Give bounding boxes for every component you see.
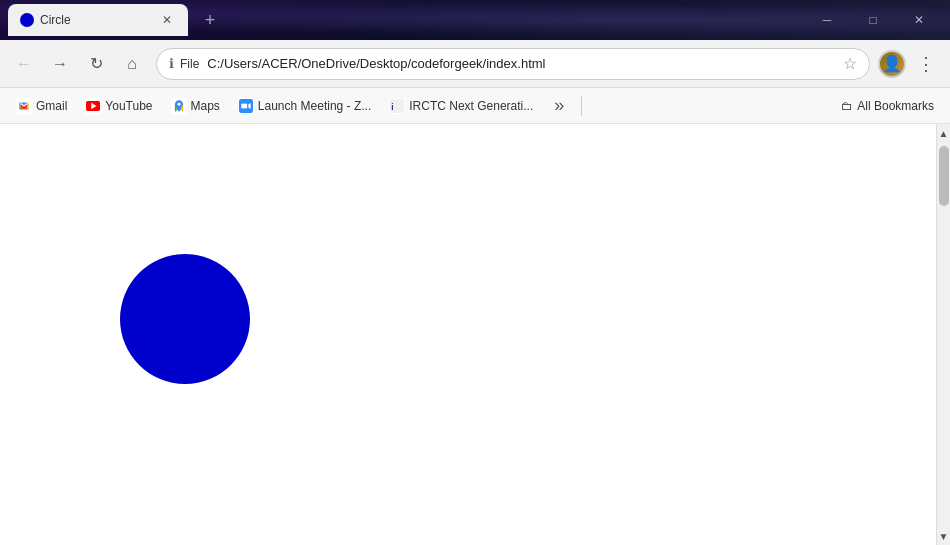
bookmark-label-zoom: Launch Meeting - Z... (258, 99, 371, 113)
folder-icon: 🗀 (841, 99, 853, 113)
profile-avatar[interactable]: 👤 (878, 50, 906, 78)
maps-icon (171, 98, 187, 114)
bookmark-label-maps: Maps (191, 99, 220, 113)
youtube-icon (85, 98, 101, 114)
svg-rect-1 (28, 102, 29, 109)
scroll-up-button[interactable]: ▲ (937, 124, 951, 142)
close-button[interactable]: ✕ (896, 4, 942, 36)
all-bookmarks-label: All Bookmarks (857, 99, 934, 113)
tab-close-button[interactable]: ✕ (158, 11, 176, 29)
address-text[interactable]: C:/Users/ACER/OneDrive/Desktop/codeforge… (207, 56, 837, 71)
gmail-icon (16, 98, 32, 114)
minimize-button[interactable]: ─ (804, 4, 850, 36)
tab-favicon (20, 13, 34, 27)
restore-button[interactable]: □ (850, 4, 896, 36)
back-icon: ← (16, 55, 32, 73)
tab-title: Circle (40, 13, 152, 27)
bookmark-item-irctc[interactable]: i IRCTC Next Generati... (381, 94, 541, 118)
window-controls: ─ □ ✕ (804, 4, 942, 36)
navbar: ← → ↻ ⌂ ℹ File C:/Users/ACER/OneDrive/De… (0, 40, 950, 88)
protocol-label: File (180, 57, 199, 71)
back-button[interactable]: ← (8, 48, 40, 80)
svg-point-4 (177, 102, 180, 105)
home-button[interactable]: ⌂ (116, 48, 148, 80)
tab-active[interactable]: Circle ✕ (8, 4, 188, 36)
svg-rect-0 (19, 102, 20, 109)
scroll-down-button[interactable]: ▼ (937, 527, 951, 545)
svg-text:i: i (391, 102, 393, 111)
address-bar[interactable]: ℹ File C:/Users/ACER/OneDrive/Desktop/co… (156, 48, 870, 80)
zoom-icon (238, 98, 254, 114)
bookmark-star-icon[interactable]: ☆ (843, 54, 857, 73)
forward-icon: → (52, 55, 68, 73)
scroll-thumb[interactable] (939, 146, 949, 206)
bookmark-item-youtube[interactable]: YouTube (77, 94, 160, 118)
refresh-button[interactable]: ↻ (80, 48, 112, 80)
all-bookmarks-button[interactable]: 🗀 All Bookmarks (833, 95, 942, 117)
bookmark-label-gmail: Gmail (36, 99, 67, 113)
bookmark-label-youtube: YouTube (105, 99, 152, 113)
scrollbar-vertical[interactable]: ▲ ▼ (936, 124, 950, 545)
page-content (0, 124, 936, 545)
home-icon: ⌂ (127, 55, 137, 73)
bookmarks-bar: Gmail YouTube Maps Launch Meeting - Z...… (0, 88, 950, 124)
new-tab-button[interactable]: + (196, 6, 224, 34)
irctc-icon: i (389, 98, 405, 114)
refresh-icon: ↻ (90, 54, 103, 73)
bookmark-item-zoom[interactable]: Launch Meeting - Z... (230, 94, 379, 118)
bookmark-item-maps[interactable]: Maps (163, 94, 228, 118)
bookmark-item-gmail[interactable]: Gmail (8, 94, 75, 118)
scroll-track[interactable] (937, 142, 950, 527)
bookmark-label-irctc: IRCTC Next Generati... (409, 99, 533, 113)
info-icon: ℹ (169, 56, 174, 71)
circle-container (120, 254, 250, 384)
blue-circle (120, 254, 250, 384)
titlebar: Circle ✕ + ─ □ ✕ (0, 0, 950, 40)
forward-button[interactable]: → (44, 48, 76, 80)
more-bookmarks-button[interactable]: » (543, 92, 575, 120)
avatar-image: 👤 (882, 54, 902, 73)
content-wrapper: ▲ ▼ (0, 124, 950, 545)
bookmarks-separator (581, 96, 582, 116)
menu-button[interactable]: ⋮ (910, 48, 942, 80)
